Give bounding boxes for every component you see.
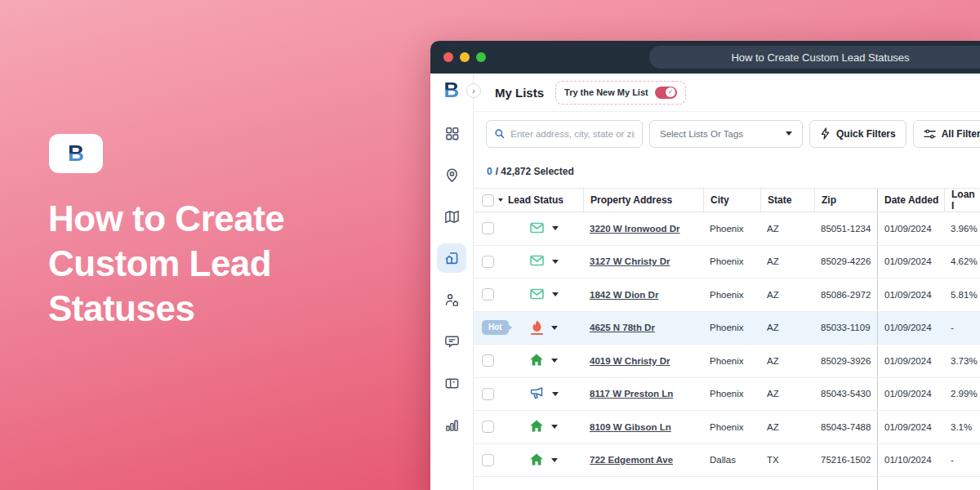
close-window-icon[interactable] [443,52,453,62]
lists-tags-dropdown[interactable]: Select Lists Or Tags [649,120,803,148]
sidebar-item-messages[interactable] [437,327,466,356]
column-header-date-added[interactable]: Date Added [877,189,944,212]
row-checkbox[interactable] [482,454,494,466]
property-address-link[interactable]: 4019 W Christy Dr [590,356,670,366]
table-row[interactable]: 8117 W Preston Ln Phoenix AZ 85043-5430 … [474,378,980,412]
property-address-link[interactable]: 8109 W Gibson Ln [590,422,671,432]
selection-summary: 0 / 42,872 Selected [474,155,980,188]
row-checkbox[interactable] [482,288,494,301]
minimize-window-icon[interactable] [460,52,470,62]
chevron-down-icon[interactable] [552,292,559,296]
column-header-zip[interactable]: Zip [814,189,877,212]
sidebar-item-leads[interactable] [437,285,466,314]
row-checkbox[interactable] [482,421,494,433]
sidebar-item-map-search[interactable] [437,160,466,189]
toggle-switch[interactable]: ✓ [655,87,677,99]
chevron-down-icon[interactable] [552,392,559,396]
chevron-down-icon [786,131,792,136]
city-cell: Phoenix [703,212,760,245]
table-row[interactable]: Hot 4625 N 78th Dr Phoenix AZ 85033-1109… [474,312,980,345]
home-icon [530,354,543,368]
brand-logo-card: B [49,134,103,173]
table-row[interactable]: 4019 W Christy Dr Phoenix AZ 85029-3926 … [474,345,980,378]
column-header-city[interactable]: City [703,189,760,212]
property-address-link[interactable]: 8117 W Preston Ln [590,389,673,399]
date-added-cell: 01/09/2024 [877,345,944,377]
sidebar: B › [430,74,474,490]
state-cell: AZ [760,246,814,278]
loan-cell: 5.81% [944,278,980,311]
selected-total: / 42,872 Selected [496,166,574,177]
zip-cell: 75216-1502 [814,444,877,477]
zoom-window-icon[interactable] [476,52,486,62]
property-address-link[interactable]: 1842 W Dion Dr [590,290,658,300]
main-content: My Lists Try the New My List ✓ Selec [474,74,980,490]
chevron-down-icon[interactable] [552,260,559,264]
try-new-my-list-toggle[interactable]: Try the New My List ✓ [555,81,686,105]
sidebar-item-dashboard[interactable] [437,118,466,148]
column-header-lead-status[interactable]: Lead Status [505,189,583,212]
sidebar-item-analytics[interactable] [437,410,466,439]
zip-cell: 85043-5430 [814,378,877,411]
chevron-down-icon[interactable] [551,326,558,330]
column-header-property-address[interactable]: Property Address [583,189,703,212]
chevron-down-icon[interactable] [552,226,559,230]
sidebar-item-map[interactable] [437,202,466,231]
table-row[interactable]: 8109 W Gibson Ln Phoenix AZ 85043-7488 0… [474,411,980,444]
city-cell: Phoenix [703,411,760,443]
dropdown-value: Select Lists Or Tags [660,129,743,139]
loan-cell: - [944,312,980,345]
table-body: 3220 W Ironwood Dr Phoenix AZ 85051-1234… [474,212,980,477]
search-input[interactable] [510,129,635,139]
zip-cell: 85033-1109 [814,312,877,345]
column-header-state[interactable]: State [760,189,814,212]
chevron-down-icon[interactable] [551,425,558,429]
column-header-loan[interactable]: Loan I [944,189,980,212]
city-cell: Phoenix [703,278,760,311]
home-icon [530,420,543,434]
toggle-label: Try the New My List [564,87,648,97]
all-filters-button[interactable]: All Filters [913,120,980,148]
leads-person-icon [444,292,460,308]
table-row[interactable]: 3127 W Christy Dr Phoenix AZ 85029-4226 … [474,246,980,279]
header-checkbox-cell [474,189,505,212]
app-logo-b: B [444,79,460,100]
property-address-link[interactable]: 3220 W Ironwood Dr [590,224,680,234]
state-cell: AZ [760,278,814,311]
table-row[interactable]: 722 Edgemont Ave Dallas TX 75216-1502 01… [474,444,980,478]
property-address-link[interactable]: 722 Edgemont Ave [590,455,673,465]
page-title: My Lists [495,86,544,100]
home-icon [530,453,543,467]
loan-cell: 4.62% [944,246,980,278]
sidebar-expand-button[interactable]: › [466,83,481,98]
hero-background: B How to Create Custom Lead Statuses How… [0,0,980,490]
email-icon [530,255,544,268]
chevron-down-icon[interactable] [498,198,503,202]
filter-toolbar: Select Lists Or Tags Quick Filters [474,112,980,155]
row-checkbox[interactable] [482,256,494,268]
table-row[interactable]: 3220 W Ironwood Dr Phoenix AZ 85051-1234… [474,212,980,246]
address-search[interactable] [486,120,643,148]
chevron-down-icon[interactable] [551,359,558,363]
loan-cell: 3.96% [944,212,980,245]
table-header-row: Lead Status Property Address City State … [474,188,980,212]
row-checkbox[interactable] [482,388,494,400]
property-address-link[interactable]: 3127 W Christy Dr [590,256,670,266]
city-cell: Phoenix [703,312,760,345]
chevron-down-icon[interactable] [551,458,558,462]
row-checkbox[interactable] [482,354,494,367]
table-row[interactable]: 1842 W Dion Dr Phoenix AZ 85086-2972 01/… [474,278,980,312]
quick-filters-button[interactable]: Quick Filters [809,120,906,148]
email-icon [530,288,544,301]
row-checkbox[interactable] [482,222,494,234]
analytics-chart-icon [444,417,460,433]
sidebar-item-wallet[interactable] [437,368,466,398]
date-added-cell: 01/09/2024 [877,212,944,245]
my-lists-icon [443,250,460,266]
select-all-checkbox[interactable] [482,194,494,207]
loan-cell: 3.73% [944,345,980,377]
state-cell: TX [760,444,814,477]
sidebar-item-my-lists[interactable] [437,243,466,273]
property-address-link[interactable]: 4625 N 78th Dr [590,323,655,332]
hero-title: How to Create Custom Lead Statuses [48,196,334,331]
